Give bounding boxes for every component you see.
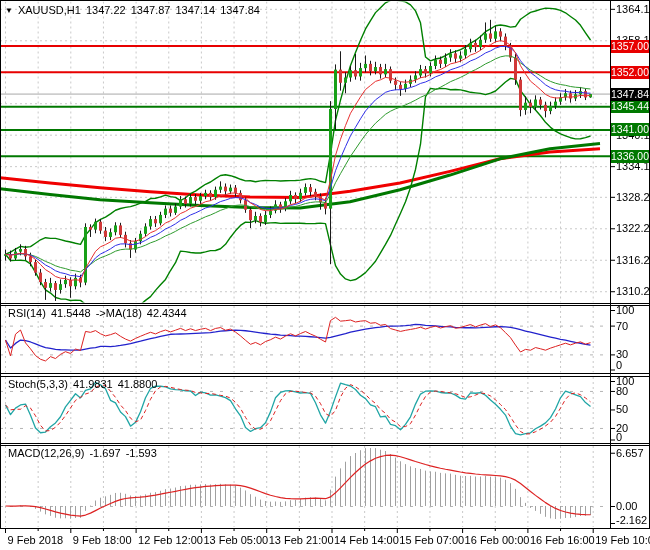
rsi-axis-tick: 100: [616, 304, 650, 316]
macd-name: MACD(12,26,9): [8, 447, 84, 459]
stoch-value: 41.9831: [73, 378, 113, 390]
stoch-axis-tick: 50: [616, 403, 650, 415]
price-level-badge[interactable]: 1345.44: [611, 100, 649, 113]
symbol-period-label: XAUUSD,H1: [18, 4, 81, 16]
ohlc-open: 1347.22: [86, 4, 126, 16]
price-axis-tick: 1316.25: [616, 254, 650, 266]
rsi-indicator-label: RSI(14)41.5448->MA(18)42.4344: [8, 307, 192, 319]
macd-value: -1.697: [89, 447, 120, 459]
rsi-axis-tick: 0: [616, 359, 650, 371]
price-axis-tick: 1364.10: [616, 3, 650, 15]
price-axis-tick: 1310.25: [616, 285, 650, 297]
time-axis-label: 14 Feb 14:00: [334, 534, 399, 546]
time-axis-label: 12 Feb 12:00: [138, 534, 203, 546]
time-axis-label: 13 Feb 21:00: [269, 534, 334, 546]
time-axis-label: 15 Feb 07:00: [399, 534, 464, 546]
rsi-ma-name: ->MA(18): [96, 307, 142, 319]
stoch-signal-value: 41.8800: [118, 378, 158, 390]
time-axis-label: 16 Feb 00:00: [465, 534, 530, 546]
current-price-badge: 1347.84: [611, 88, 649, 101]
price-level-badge[interactable]: 1357.00: [611, 40, 649, 53]
stochastic-indicator-label: Stoch(5,3,3)41.983141.8800: [8, 378, 162, 390]
price-level-badge[interactable]: 1341.00: [611, 123, 649, 136]
price-axis-tick: 1328.25: [616, 191, 650, 203]
macd-axis-tick: 6.657: [616, 447, 650, 459]
time-axis-label: 9 Feb 18:00: [73, 534, 132, 546]
stoch-name: Stoch(5,3,3): [8, 378, 68, 390]
macd-indicator-label: MACD(12,26,9)-1.697-1.593: [8, 447, 162, 459]
time-axis-label: 9 Feb 2018: [8, 534, 64, 546]
time-axis-label: 13 Feb 05:00: [203, 534, 268, 546]
price-axis-tick: 1322.25: [616, 222, 650, 234]
rsi-name: RSI(14): [8, 307, 46, 319]
price-level-badge[interactable]: 1352.00: [611, 66, 649, 79]
time-axis-label: 16 Feb 16:00: [530, 534, 595, 546]
macd-axis-tick: -2.162: [616, 514, 650, 526]
ohlc-close: 1347.84: [220, 4, 260, 16]
macd-axis-tick: 0.00: [616, 500, 650, 512]
ohlc-high: 1347.87: [131, 4, 171, 16]
rsi-value: 41.5448: [51, 307, 91, 319]
time-axis-label: 19 Feb 10:00: [595, 534, 650, 546]
ohlc-low: 1347.14: [175, 4, 215, 16]
rsi-ma-value: 42.4344: [147, 307, 187, 319]
symbol-dropdown-icon[interactable]: ▼: [5, 6, 13, 15]
stoch-axis-tick: 0: [616, 431, 650, 443]
chart-canvas[interactable]: [0, 0, 650, 550]
rsi-axis-tick: 70: [616, 320, 650, 332]
stoch-axis-tick: 80: [616, 385, 650, 397]
price-level-badge[interactable]: 1336.00: [611, 150, 649, 163]
trading-chart-window: ▼XAUUSD,H11347.221347.871347.141347.84 R…: [0, 0, 650, 550]
macd-signal-value: -1.593: [126, 447, 157, 459]
chart-title-row: ▼XAUUSD,H11347.221347.871347.141347.84: [5, 4, 265, 16]
